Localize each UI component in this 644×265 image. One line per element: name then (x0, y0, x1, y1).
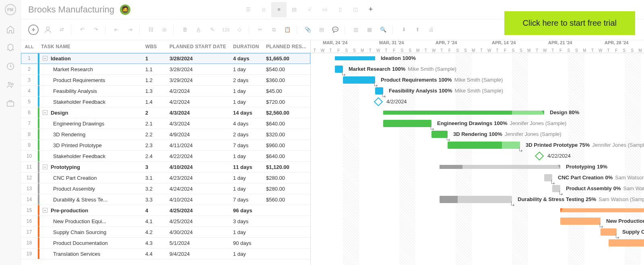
task-bar[interactable] (552, 185, 560, 192)
summary-bar[interactable] (560, 208, 644, 212)
free-trial-button[interactable]: Click here to start free trial (504, 11, 635, 35)
bar-label: CNC Part Creation0%Sam Watson (Sample) (558, 175, 644, 181)
bar-label: Product Assembly0%Sam Watson (Sample) (566, 185, 644, 191)
milestone-marker[interactable] (535, 152, 544, 161)
bar-label: Design80% (550, 109, 579, 115)
week-label: APR, 14 '24 (492, 40, 516, 45)
task-bar[interactable] (560, 218, 601, 225)
task-bar[interactable] (601, 228, 617, 236)
task-bar[interactable] (544, 174, 552, 181)
bar-label: Supply Chain Sourcing0% (622, 229, 644, 235)
bar-label: Durability & Stress Testing25%Sam Watson… (518, 196, 644, 202)
task-bar[interactable] (609, 239, 644, 247)
week-label: APR, 28 '24 (605, 40, 628, 45)
cta-arrow (0, 3, 483, 265)
bar-label: New Production Equipment0% (606, 218, 644, 224)
milestone-label: 4/22/2024 (547, 153, 571, 159)
bar-label: 3D Printed Prototype75%Jennifer Jones (S… (526, 142, 644, 148)
week-label: APR, 21 '24 (548, 40, 572, 45)
bar-label: Prototyping19% (566, 164, 607, 170)
